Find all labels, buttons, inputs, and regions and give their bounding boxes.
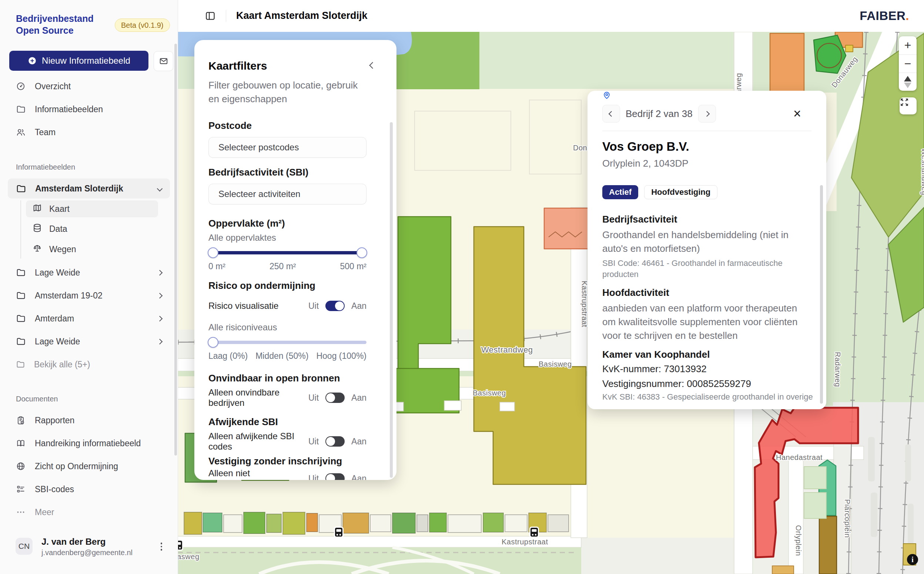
street-label: Westrandweg [920, 148, 924, 195]
area-tick-min: 0 m² [208, 261, 225, 272]
chevron-right-icon [704, 111, 710, 117]
slider-handle[interactable] [208, 337, 219, 348]
folder-icon [16, 337, 25, 346]
map-canvas[interactable]: Westrandweg Basisweg Basisweg Kastrupstr… [178, 32, 924, 574]
folder-icon [16, 314, 25, 323]
unregistered-toggle-label: Alleen niet ingeschreven [208, 468, 302, 480]
database-icon [33, 223, 42, 235]
folder-icon [16, 184, 26, 194]
street-label: beasweg [178, 552, 200, 561]
unregistered-label: Vestiging zonder inschrijving [208, 456, 367, 467]
attribution-info-button[interactable]: i [907, 554, 918, 565]
collapse-panel-icon[interactable] [369, 62, 376, 68]
street-label: Orlyplein [795, 525, 803, 556]
risk-visualisation-toggle[interactable] [326, 301, 345, 311]
deviant-sbi-toggle[interactable] [326, 436, 345, 446]
zoom-out-button[interactable]: − [899, 54, 916, 73]
compass-button[interactable] [899, 73, 916, 91]
mail-button[interactable] [154, 51, 173, 71]
top-bar: Kaart Amsterdam Sloterdijk FAIBER. [178, 0, 924, 32]
chevron-down-icon [157, 186, 163, 191]
divider [226, 10, 226, 22]
sidebar-item-team[interactable]: Team [8, 122, 170, 142]
chevron-right-icon [157, 270, 163, 276]
globe-icon [16, 461, 25, 471]
area-range-slider[interactable] [208, 248, 367, 258]
chevron-right-icon [157, 315, 163, 322]
previous-company-button[interactable] [602, 105, 620, 123]
risk-label: Risico op ondermijning [208, 280, 367, 291]
mail-icon [159, 56, 168, 66]
sidebar-subitem-data[interactable]: Data [26, 220, 158, 237]
company-name: Vos Groep B.V. [602, 139, 811, 154]
unfindable-label: Onvindbaar in open bronnen [208, 372, 367, 384]
fullscreen-button[interactable] [900, 98, 916, 114]
sidebar-subitem-kaart[interactable]: Kaart [26, 200, 158, 218]
slider-fill [208, 251, 367, 254]
slider-handle-min[interactable] [208, 248, 219, 258]
sidebar-item-meer[interactable]: Meer [8, 502, 170, 522]
sidebar-folder-amsterdam-sloterdijk[interactable]: Amsterdam Sloterdijk [8, 178, 170, 199]
company-pager: Bedrijf 2 van 38 [626, 108, 693, 120]
company-detail-popup: Bedrijf 2 van 38 × Vos Groep B.V. Orlypl… [587, 91, 826, 409]
unfindable-toggle[interactable] [326, 393, 345, 403]
zoom-in-button[interactable]: + [899, 36, 916, 54]
vestigings-number: Vestigingsnummer: 000852559279 [602, 377, 811, 390]
slider-handle-max[interactable] [356, 248, 367, 258]
sidebar-item-handreiking[interactable]: Handreiking informatiebeeld [8, 433, 170, 453]
sidebar-item-sbi-codes[interactable]: SBI-codes [8, 479, 170, 499]
kvk-sbi-code: KvK SBI: 46383 - Gespecialiseerde grooth… [602, 391, 811, 402]
area-tick-mid: 250 m² [269, 261, 296, 272]
postcode-label: Postcode [208, 120, 367, 131]
popup-scrollbar[interactable] [820, 185, 823, 404]
tree-guide [20, 200, 21, 259]
users-icon [16, 128, 25, 137]
sidebar-subitem-wegen[interactable]: Wegen [26, 241, 158, 258]
section-informatiebeelden: Informatiebeelden [16, 163, 75, 172]
chevron-left-icon [608, 111, 614, 117]
area-label: Oppervlakte (m²) [208, 218, 367, 229]
sidebar-folder-amterdam[interactable]: Amterdam [8, 309, 170, 328]
risk-levels-sublabel: Alle risiconiveaus [208, 322, 367, 333]
toggle-knob [326, 437, 335, 446]
sidebar-item-zicht-op-ondermijning[interactable]: Zicht op Ondermijning [8, 456, 170, 476]
close-icon[interactable]: × [793, 107, 801, 120]
beta-version-badge: Beta (v0.1.9) [115, 19, 170, 32]
sidebar-folder-lage-weide-2[interactable]: Lage Weide [8, 331, 170, 352]
sidebar-scrollbar[interactable] [174, 44, 177, 456]
map-icon [33, 203, 42, 215]
risk-level-slider[interactable] [208, 337, 367, 347]
street-label: Kastrupstraat [502, 538, 548, 546]
sidebar-item-overzicht[interactable]: Overzicht [8, 76, 170, 96]
user-menu-button[interactable] [157, 541, 166, 552]
gauge-icon [16, 82, 25, 91]
sidebar: BedrijvenbestandOpen Source Beta (v0.1.9… [0, 0, 178, 574]
postcode-select[interactable]: Selecteer postcodes [208, 137, 367, 158]
sidebar-view-all[interactable]: Bekijk alle (5+) [8, 355, 170, 374]
panel-left-icon [205, 10, 216, 22]
clipboard-icon [16, 415, 25, 425]
sbi-label: Bedrijfsactiviteit (SBI) [208, 167, 367, 178]
user-name: J. van der Berg [41, 536, 105, 547]
street-label: Basisweg [538, 360, 572, 368]
unregistered-toggle[interactable] [326, 473, 345, 480]
sidebar-toggle-button[interactable] [204, 9, 217, 22]
list-icon [16, 484, 25, 494]
filter-panel-scrollbar[interactable] [390, 122, 393, 478]
app-window: Westrandweg Basisweg Basisweg Kastrupstr… [0, 0, 924, 574]
sidebar-item-rapporten[interactable]: Rapporten [8, 410, 170, 430]
sidebar-folder-lage-weide[interactable]: Lage Weide [8, 263, 170, 282]
deviant-toggle-label: Alleen afwijkende SBI codes [208, 431, 302, 452]
section-documenten: Documenten [16, 395, 58, 403]
next-company-button[interactable] [698, 105, 716, 123]
page-title: Kaart Amsterdam Sloterdijk [236, 10, 368, 22]
area-tick-max: 500 m² [340, 261, 367, 272]
status-badge-hoofdvestiging: Hoofdvestiging [644, 185, 718, 199]
sbi-select[interactable]: Selecteer activiteiten [208, 184, 367, 204]
new-informatiebeeld-button[interactable]: Nieuw Informatiebeeld [9, 51, 148, 71]
divider [602, 131, 811, 131]
compass-icon [904, 76, 911, 88]
sidebar-folder-amsterdam-19-02[interactable]: Amsterdam 19-02 [8, 285, 170, 306]
small-buildings-row [184, 512, 568, 535]
sidebar-item-informatiebeelden[interactable]: Informatiebeelden [8, 99, 170, 119]
